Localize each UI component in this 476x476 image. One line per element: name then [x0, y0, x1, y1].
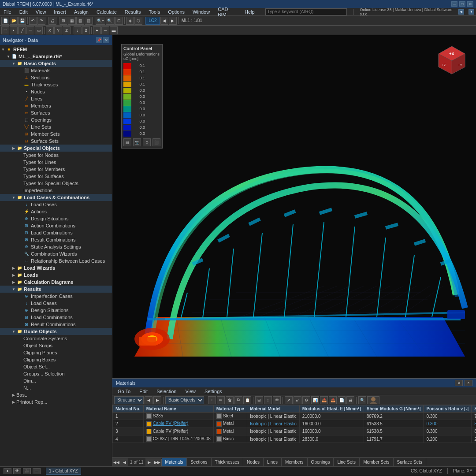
- tree-item-materials[interactable]: ⬛ Materials: [0, 67, 112, 74]
- tab-next[interactable]: ▶▶: [153, 458, 161, 466]
- load-btn[interactable]: ↓: [74, 26, 82, 34]
- undo-btn[interactable]: ↶: [29, 17, 37, 25]
- tree-item-resultcomb[interactable]: ⊠ Result Combinations: [0, 236, 112, 243]
- tree-item-rfem[interactable]: ▼ ■ RFEM: [0, 46, 112, 53]
- tree-item-typesspecial[interactable]: Types for Special Objects: [0, 180, 112, 187]
- tree-item-linesets[interactable]: ╲╱ Line Sets: [0, 123, 112, 130]
- mat-menu-goto[interactable]: Go To: [116, 389, 132, 394]
- tree-item-res-loadcomb[interactable]: ⊟ Load Combinations: [0, 314, 112, 321]
- maximize-button[interactable]: □: [459, 1, 465, 7]
- select-btn[interactable]: ⬚: [1, 26, 9, 34]
- cp-btn3[interactable]: ⚙: [143, 138, 151, 146]
- status-icon4[interactable]: ─: [33, 468, 41, 474]
- constraint-btn[interactable]: ⊻: [82, 26, 90, 34]
- lc-selector[interactable]: LC2: [145, 17, 160, 25]
- tree-item-actions[interactable]: ⚡ Actions: [0, 208, 112, 215]
- tab-membersets[interactable]: Member Sets: [360, 458, 393, 467]
- mat-cal-btn[interactable]: ⚙: [302, 396, 310, 404]
- tree-item-loadcomb[interactable]: ⊟ Load Combinations: [0, 229, 112, 236]
- toggle-bas[interactable]: ▶: [11, 393, 16, 397]
- panel-close-btn[interactable]: ◀: [458, 9, 464, 15]
- table-row[interactable]: 3 Cable PV (Pfeifer) Metal Isotropic | L…: [113, 428, 476, 435]
- toggle-rfem[interactable]: ▼: [1, 47, 5, 52]
- mat-import2-btn[interactable]: 📥: [329, 396, 337, 404]
- tab-next2[interactable]: ▶: [145, 458, 153, 466]
- menu-insert[interactable]: Insert: [52, 9, 68, 15]
- mat-import-btn[interactable]: ↙: [294, 396, 301, 404]
- filter-next[interactable]: ▶: [153, 396, 161, 404]
- render-btn[interactable]: ◈: [126, 17, 134, 25]
- materials-undock-btn[interactable]: ⧉: [455, 380, 463, 386]
- tree-item-lines[interactable]: ╱ Lines: [0, 95, 112, 102]
- tree-item-dim[interactable]: Dim...: [0, 377, 112, 384]
- tab-sections[interactable]: Sections: [187, 458, 211, 467]
- toggle-lw[interactable]: ▶: [11, 266, 16, 270]
- rot-y[interactable]: Y: [54, 26, 62, 34]
- tab-linesets[interactable]: Line Sets: [334, 458, 360, 467]
- mat-view-btn[interactable]: 👁: [273, 396, 281, 404]
- print-btn[interactable]: 🖨: [48, 17, 56, 25]
- tree-item-members[interactable]: ═ Members: [0, 102, 112, 109]
- mat-zoom-btn[interactable]: 🔍: [358, 396, 366, 404]
- tree-item-special[interactable]: ▶ 📁 Special Objects: [0, 145, 112, 152]
- menu-results[interactable]: Results: [123, 9, 143, 15]
- tree-item-loadwizards[interactable]: ▶ 📁 Load Wizards: [0, 264, 112, 271]
- menu-tools[interactable]: Tools: [147, 9, 162, 15]
- tree-item-groups[interactable]: Groups... Selection: [0, 370, 112, 377]
- tree-item-calcdiagrams[interactable]: ▶ 📁 Calculation Diagrams: [0, 279, 112, 286]
- tree-item-surfacesets[interactable]: ⊟ Surface Sets: [0, 138, 112, 145]
- toggle-basic[interactable]: ▼: [11, 61, 16, 66]
- show-lines[interactable]: ─: [101, 26, 109, 34]
- mat-copy-btn[interactable]: ⧉: [234, 396, 242, 404]
- materials-close-btn[interactable]: ✕: [465, 380, 472, 386]
- search-input[interactable]: [265, 8, 347, 15]
- minimize-button[interactable]: ─: [451, 1, 457, 7]
- menu-calculate[interactable]: Calculate: [95, 9, 119, 15]
- mat-menu-edit[interactable]: Edit: [138, 389, 149, 394]
- tab-materials[interactable]: Materials: [162, 458, 187, 467]
- toggle-loadcasescomb[interactable]: ▼: [11, 195, 16, 200]
- mat-export2-btn[interactable]: 📤: [320, 396, 328, 404]
- 3d-view-area[interactable]: Control Panel Global Deformations uC [mm…: [112, 35, 476, 466]
- cp-btn1[interactable]: ▤: [123, 138, 131, 146]
- tree-item-thicknesses[interactable]: ▬ Thicknesses: [0, 81, 112, 88]
- mat-menu-settings[interactable]: Settings: [203, 389, 224, 394]
- mat-sort-btn[interactable]: ↕: [264, 396, 272, 404]
- tree-item-res-resultcomb[interactable]: ⊠ Result Combinations: [0, 321, 112, 328]
- tree-item-clippingplanes[interactable]: Clipping Planes: [0, 349, 112, 356]
- show-nodes[interactable]: ●: [93, 26, 101, 34]
- tree-item-clippingboxes[interactable]: Clipping Boxes: [0, 356, 112, 363]
- tree-item-results[interactable]: ▼ 📁 Results: [0, 286, 112, 293]
- tree-item-objectsel[interactable]: Object Sel...: [0, 363, 112, 370]
- tree-item-staticanalysis[interactable]: ⚙ Static Analysis Settings: [0, 243, 112, 250]
- zoom-fit[interactable]: ⊡: [115, 17, 123, 25]
- mat-paste-btn[interactable]: 📋: [243, 396, 251, 404]
- tree-item-res-loadcases[interactable]: ↓ Load Cases: [0, 300, 112, 307]
- tree-item-designsit[interactable]: ⊕ Design Situations: [0, 215, 112, 222]
- tab-openings[interactable]: Openings: [308, 458, 334, 467]
- tab-surfacesets[interactable]: Surface Sets: [394, 458, 426, 467]
- menu-options[interactable]: Options: [166, 9, 186, 15]
- tree-item-loadcasescomb[interactable]: ▼ 📁 Load Cases & Combinations: [0, 194, 112, 201]
- status-icon3[interactable]: 🎥: [23, 468, 31, 474]
- redo-btn[interactable]: ↷: [37, 17, 45, 25]
- menu-file[interactable]: File: [2, 9, 13, 15]
- navigator-pin-btn[interactable]: 📌: [96, 37, 102, 43]
- line-draw[interactable]: ╱: [18, 26, 26, 34]
- tree-item-relship[interactable]: ↔ Relationship Between Load Cases: [0, 257, 112, 264]
- toggle-results[interactable]: ▼: [11, 287, 16, 291]
- basicobjects-filter[interactable]: Basic Objects: [165, 396, 204, 404]
- menu-help[interactable]: Help: [243, 9, 257, 15]
- tab-nodes[interactable]: Nodes: [243, 458, 264, 467]
- mat-menu-selection[interactable]: Selection: [155, 389, 178, 394]
- filter-prev[interactable]: ◀: [145, 396, 152, 404]
- coord-system-selector[interactable]: 1 - Global XYZ: [46, 468, 81, 475]
- view3[interactable]: ▧: [76, 17, 84, 25]
- tree-item-coordsys[interactable]: Coordinate Systems: [0, 335, 112, 342]
- node-btn[interactable]: •: [10, 26, 18, 34]
- tree-item-surfaces[interactable]: ▭ Surfaces: [0, 109, 112, 116]
- menu-window[interactable]: Window: [191, 9, 212, 15]
- cp-btn2[interactable]: 📷: [133, 138, 141, 146]
- mat-print2-btn[interactable]: 🖨: [346, 396, 354, 404]
- tree-item-loadcases[interactable]: ↓ Load Cases: [0, 201, 112, 208]
